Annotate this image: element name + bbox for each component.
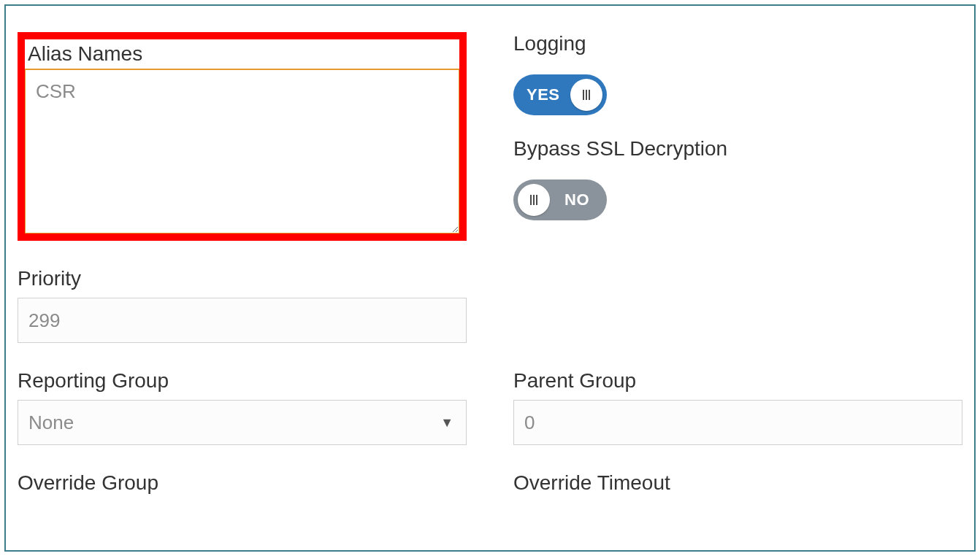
bypass-ssl-label: Bypass SSL Decryption xyxy=(513,137,962,161)
right-top-stack: Logging YES Bypass SSL Decryption NO xyxy=(513,32,962,220)
settings-panel: Alias Names Logging YES Bypass SSL Decry… xyxy=(4,4,976,552)
form-grid: Alias Names Logging YES Bypass SSL Decry… xyxy=(18,32,962,502)
grip-icon xyxy=(583,90,590,100)
logging-toggle[interactable]: YES xyxy=(513,74,607,115)
logging-group: Logging YES xyxy=(513,32,962,115)
logging-label: Logging xyxy=(513,32,962,55)
alias-names-group: Alias Names xyxy=(18,32,467,241)
parent-group-group: Parent Group xyxy=(513,369,962,445)
grip-icon xyxy=(530,195,537,205)
logging-toggle-value: YES xyxy=(527,85,560,104)
priority-label: Priority xyxy=(18,267,467,290)
bypass-ssl-toggle-value: NO xyxy=(564,190,589,209)
bypass-ssl-toggle[interactable]: NO xyxy=(513,179,607,220)
reporting-group-label: Reporting Group xyxy=(18,369,467,393)
override-group-label: Override Group xyxy=(18,471,467,495)
parent-group-label: Parent Group xyxy=(513,369,962,393)
toggle-knob xyxy=(518,184,550,216)
reporting-group-select[interactable] xyxy=(18,400,467,445)
reporting-group-select-wrap: ▼ xyxy=(18,400,467,445)
alias-names-label: Alias Names xyxy=(25,39,459,66)
override-timeout-label: Override Timeout xyxy=(513,471,962,495)
override-group-group: Override Group xyxy=(18,471,467,502)
priority-input[interactable] xyxy=(18,298,467,343)
alias-names-input[interactable] xyxy=(25,69,459,233)
bypass-ssl-group: Bypass SSL Decryption NO xyxy=(513,137,962,220)
priority-group: Priority xyxy=(18,267,467,343)
reporting-group-group: Reporting Group ▼ xyxy=(18,369,467,445)
parent-group-input[interactable] xyxy=(513,400,962,445)
override-timeout-group: Override Timeout xyxy=(513,471,962,502)
toggle-knob xyxy=(570,79,602,111)
